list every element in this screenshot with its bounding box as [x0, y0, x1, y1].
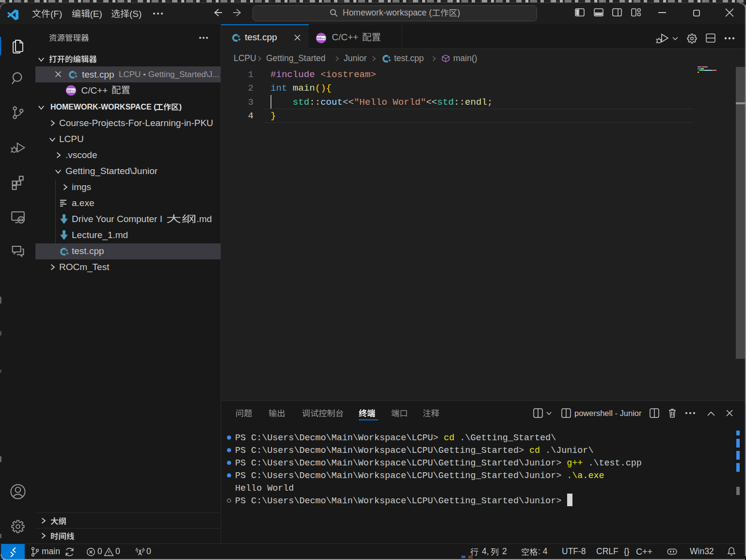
svg-text:C/C++: C/C++: [317, 36, 325, 39]
svg-text:C/C++: C/C++: [67, 89, 75, 92]
